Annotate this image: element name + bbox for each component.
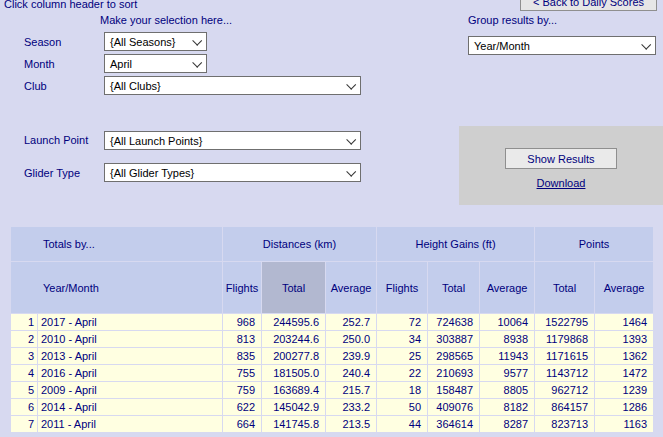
glider-type-label: Glider Type	[24, 167, 80, 179]
cell-hg-total: 364614	[428, 416, 479, 432]
cell-dist-total: 141745.8	[262, 416, 325, 432]
cell-hg-average: 11943	[480, 348, 534, 364]
col-header-dist-total[interactable]: Total	[262, 262, 325, 313]
cell-hg-flights: 44	[377, 416, 427, 432]
col-header-hg-total[interactable]: Total	[428, 262, 479, 313]
launch-point-select[interactable]: {All Launch Points}	[104, 131, 361, 150]
col-header-points-average[interactable]: Average	[595, 262, 653, 313]
col-header-hg-flights[interactable]: Flights	[377, 262, 427, 313]
cell-dist-flights: 968	[223, 314, 261, 330]
column-header-row: Year/Month Flights Total Average Flights…	[11, 262, 653, 313]
col-header-hg-average[interactable]: Average	[480, 262, 534, 313]
season-select[interactable]: {All Seasons}	[104, 32, 207, 51]
cell-dist-flights: 622	[223, 399, 261, 415]
cell-hg-average: 9577	[480, 365, 534, 381]
cell-points-total: 823713	[535, 416, 594, 432]
table-row: 22010 - April813203244.6250.034303887893…	[11, 331, 653, 347]
cell-dist-flights: 755	[223, 365, 261, 381]
group-header-totals[interactable]: Totals by...	[11, 227, 222, 261]
glider-type-select[interactable]: {All Glider Types}	[104, 163, 361, 182]
cell-hg-average: 8182	[480, 399, 534, 415]
groupby-title: Group results by...	[468, 14, 557, 26]
row-rank: 2	[11, 331, 37, 347]
cell-hg-total: 409076	[428, 399, 479, 415]
glider-type-select-value: {All Glider Types}	[110, 167, 194, 179]
group-header-height-gains[interactable]: Height Gains (ft)	[377, 227, 534, 261]
month-label: Month	[24, 58, 55, 70]
cell-hg-total: 298565	[428, 348, 479, 364]
season-select-value: {All Seasons}	[110, 36, 175, 48]
cell-hg-total: 303887	[428, 331, 479, 347]
group-by-select-value: Year/Month	[474, 40, 530, 52]
cell-points-total: 1179868	[535, 331, 594, 347]
table-row: 42016 - April755181505.0240.422210693957…	[11, 365, 653, 381]
cell-hg-flights: 34	[377, 331, 427, 347]
club-select-value: {All Clubs}	[110, 80, 161, 92]
cell-hg-average: 8938	[480, 331, 534, 347]
results-table: Totals by... Distances (km) Height Gains…	[10, 226, 654, 433]
table-row: 62014 - April622145042.9233.250409076818…	[11, 399, 653, 415]
cell-points-average: 1393	[595, 331, 653, 347]
action-panel: Show Results Download	[459, 126, 663, 205]
row-rank: 6	[11, 399, 37, 415]
cell-dist-flights: 813	[223, 331, 261, 347]
group-header-row: Totals by... Distances (km) Height Gains…	[11, 227, 653, 261]
row-rank: 1	[11, 314, 37, 330]
cell-points-average: 1239	[595, 382, 653, 398]
col-header-dist-flights[interactable]: Flights	[223, 262, 261, 313]
chevron-down-icon	[641, 40, 651, 50]
cell-points-total: 864157	[535, 399, 594, 415]
row-period: 2010 - April	[38, 331, 222, 347]
row-rank: 7	[11, 416, 37, 432]
cell-dist-total: 244595.6	[262, 314, 325, 330]
cell-points-average: 1472	[595, 365, 653, 381]
cell-points-average: 1163	[595, 416, 653, 432]
cell-hg-flights: 22	[377, 365, 427, 381]
cell-points-average: 1362	[595, 348, 653, 364]
cell-dist-total: 200277.8	[262, 348, 325, 364]
group-header-distances[interactable]: Distances (km)	[223, 227, 376, 261]
col-header-year-month[interactable]: Year/Month	[11, 262, 222, 313]
month-select[interactable]: April	[104, 54, 207, 73]
chevron-down-icon	[192, 58, 202, 68]
row-period: 2011 - April	[38, 416, 222, 432]
col-header-dist-average[interactable]: Average	[326, 262, 376, 313]
download-link[interactable]: Download	[459, 177, 663, 189]
cell-hg-flights: 18	[377, 382, 427, 398]
cell-hg-flights: 50	[377, 399, 427, 415]
cell-hg-average: 8287	[480, 416, 534, 432]
cell-points-total: 1143712	[535, 365, 594, 381]
cell-dist-average: 215.7	[326, 382, 376, 398]
row-rank: 4	[11, 365, 37, 381]
cell-hg-total: 724638	[428, 314, 479, 330]
cell-dist-total: 181505.0	[262, 365, 325, 381]
cell-hg-flights: 25	[377, 348, 427, 364]
table-row: 32013 - April835200277.8239.925298565119…	[11, 348, 653, 364]
page: Click column header to sort < Back to Da…	[0, 0, 663, 437]
row-period: 2017 - April	[38, 314, 222, 330]
cell-points-average: 1286	[595, 399, 653, 415]
cell-dist-average: 252.7	[326, 314, 376, 330]
group-header-points[interactable]: Points	[535, 227, 653, 261]
row-rank: 5	[11, 382, 37, 398]
table-row: 72011 - April664141745.8213.544364614828…	[11, 416, 653, 432]
cell-dist-flights: 664	[223, 416, 261, 432]
show-results-button[interactable]: Show Results	[505, 148, 617, 169]
cell-dist-total: 203244.6	[262, 331, 325, 347]
cell-hg-flights: 72	[377, 314, 427, 330]
launch-point-label: Launch Point	[24, 134, 88, 146]
cell-points-total: 962712	[535, 382, 594, 398]
club-label: Club	[24, 80, 47, 92]
cell-dist-flights: 759	[223, 382, 261, 398]
cell-dist-total: 145042.9	[262, 399, 325, 415]
cell-dist-average: 213.5	[326, 416, 376, 432]
sort-hint: Click column header to sort	[4, 0, 137, 10]
cell-dist-average: 233.2	[326, 399, 376, 415]
col-header-points-total[interactable]: Total	[535, 262, 594, 313]
group-by-select[interactable]: Year/Month	[468, 36, 656, 55]
club-select[interactable]: {All Clubs}	[104, 76, 361, 95]
chevron-down-icon	[346, 135, 356, 145]
cell-dist-total: 163689.4	[262, 382, 325, 398]
cell-points-total: 1522795	[535, 314, 594, 330]
back-to-daily-scores-button[interactable]: < Back to Daily Scores	[520, 0, 657, 11]
